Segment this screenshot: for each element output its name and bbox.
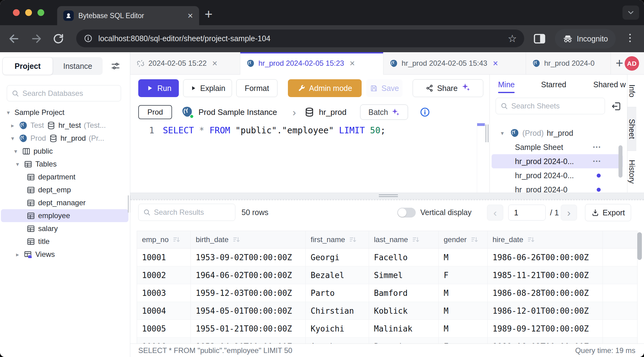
- instance-name[interactable]: Prod Sample Instance: [198, 102, 277, 122]
- database-search-input[interactable]: [22, 89, 116, 98]
- batch-mode-button[interactable]: Batch: [360, 104, 408, 120]
- browser-menu-icon[interactable]: [629, 34, 631, 42]
- table-cell: Maliniak: [369, 320, 439, 337]
- tree-item-salary[interactable]: salary: [1, 222, 128, 235]
- tab-instance[interactable]: Instance: [53, 57, 103, 75]
- tree-item-title[interactable]: title: [1, 235, 128, 248]
- sql-code-line[interactable]: SELECT * FROM "public"."employee" LIMIT …: [163, 125, 386, 135]
- tab-overview-button[interactable]: [622, 6, 639, 20]
- run-button[interactable]: Run: [138, 79, 179, 97]
- column-header-first_name[interactable]: first_name: [306, 231, 369, 248]
- vertical-display-toggle[interactable]: [397, 208, 416, 218]
- split-separator[interactable]: [130, 193, 644, 199]
- back-button[interactable]: [8, 33, 20, 45]
- sheet-search[interactable]: [496, 98, 605, 114]
- expander-down-icon[interactable]: ▾: [14, 161, 21, 168]
- postgres-icon: [246, 59, 255, 68]
- sort-icon: [412, 236, 420, 244]
- maximize-window-button[interactable]: [37, 9, 44, 16]
- admin-mode-button[interactable]: Admin mode: [288, 79, 362, 97]
- results-search-input[interactable]: [154, 208, 231, 217]
- expander-right-icon[interactable]: ▸: [14, 251, 21, 258]
- tree-item-tables[interactable]: ▾Tables: [1, 158, 128, 171]
- prev-page-button[interactable]: ‹: [487, 205, 503, 221]
- new-tab-button[interactable]: +: [205, 7, 213, 21]
- column-header-birth_date[interactable]: birth_date: [191, 231, 306, 248]
- drag-handle-icon[interactable]: [379, 194, 398, 198]
- browser-tab[interactable]: Bytebase SQL Editor ×: [57, 6, 199, 25]
- share-button[interactable]: Share: [413, 79, 483, 97]
- tree-item-dept-emp[interactable]: dept_emp: [1, 183, 128, 196]
- close-tab-icon[interactable]: ×: [187, 11, 193, 20]
- editor-tab-2[interactable]: hr_prod 2024-02-05 15:23×: [240, 52, 383, 75]
- user-avatar[interactable]: AD: [625, 56, 639, 71]
- tree-item-test[interactable]: ▸Testhr_test (Test...: [1, 119, 128, 132]
- tree-item-dept-manager[interactable]: dept_manager: [1, 196, 128, 209]
- close-tab-icon[interactable]: ×: [493, 59, 498, 68]
- more-menu-icon[interactable]: •••: [593, 158, 601, 164]
- column-header-emp_no[interactable]: emp_no: [137, 231, 191, 248]
- tab-starred[interactable]: Starred: [541, 75, 566, 94]
- side-tab-info[interactable]: Info: [627, 75, 636, 107]
- sheet-group-header[interactable]: ▾ (Prod) hr_prod: [490, 126, 627, 140]
- tree-item-prod[interactable]: ▾Prodhr_prod (Pr...: [1, 132, 128, 145]
- filter-settings-icon[interactable]: [108, 59, 123, 73]
- editor-tab-4[interactable]: hr_prod 2024-0: [526, 52, 611, 74]
- column-header-hire_date[interactable]: hire_date: [488, 231, 603, 248]
- info-icon[interactable]: [420, 107, 430, 117]
- database-name[interactable]: hr_prod: [319, 102, 347, 122]
- bookmark-star-icon[interactable]: ☆: [508, 33, 517, 44]
- collapse-panel-icon[interactable]: [611, 101, 622, 112]
- panel-resize-handle[interactable]: [485, 124, 489, 142]
- sheet-item[interactable]: Sample Sheet•••: [492, 140, 623, 154]
- format-button[interactable]: Format: [236, 79, 277, 97]
- tree-item-employee[interactable]: employee: [1, 209, 128, 222]
- table-cell: 1986-12-01T00:00:00Z: [488, 302, 603, 320]
- page-number-input[interactable]: [508, 205, 546, 221]
- more-menu-icon[interactable]: •••: [593, 144, 601, 150]
- forward-button[interactable]: [30, 33, 42, 45]
- minimap-slider[interactable]: [477, 123, 485, 126]
- next-page-button[interactable]: ›: [561, 205, 577, 221]
- side-panel-icon[interactable]: [533, 32, 546, 45]
- expander-down-icon[interactable]: ▾: [5, 109, 12, 116]
- database-search[interactable]: [7, 85, 121, 101]
- tab-mine[interactable]: Mine: [498, 75, 515, 94]
- scrollbar-thumb[interactable]: [618, 145, 622, 178]
- close-window-button[interactable]: [13, 9, 20, 16]
- column-header-gender[interactable]: gender: [439, 231, 488, 248]
- side-tab-history[interactable]: History: [627, 151, 636, 193]
- site-info-icon[interactable]: [84, 34, 93, 43]
- ai-sparkle-icon[interactable]: [461, 83, 470, 94]
- sheet-item[interactable]: hr_prod 2024-0: [492, 182, 623, 193]
- save-button[interactable]: Save: [366, 79, 402, 97]
- expander-down-icon[interactable]: ▾: [501, 130, 507, 137]
- expander-right-icon[interactable]: ▸: [9, 122, 16, 129]
- tree-item-public[interactable]: ▾public: [1, 145, 128, 158]
- close-tab-icon[interactable]: ×: [350, 59, 355, 68]
- sql-editor[interactable]: 1 SELECT * FROM "public"."employee" LIMI…: [130, 122, 489, 193]
- scrollbar-thumb[interactable]: [637, 232, 642, 260]
- explain-button[interactable]: Explain: [183, 79, 232, 97]
- sheet-item[interactable]: hr_prod 2024-0...•••: [492, 154, 623, 168]
- tree-item-department[interactable]: department: [1, 171, 128, 183]
- editor-minimap[interactable]: [477, 122, 485, 193]
- tab-shared[interactable]: Shared w: [593, 75, 627, 94]
- sheet-item[interactable]: hr_prod 2024-0...: [492, 168, 623, 182]
- side-tab-sheet[interactable]: Sheet: [627, 107, 636, 151]
- tree-item-sample-project[interactable]: ▾Sample Project: [1, 106, 128, 119]
- editor-tab-3[interactable]: hr_prod 2024-02-05 15:43×: [383, 52, 526, 74]
- close-tab-icon[interactable]: ×: [212, 59, 218, 68]
- minimize-window-button[interactable]: [25, 9, 32, 16]
- results-search[interactable]: [138, 204, 235, 221]
- column-header-last_name[interactable]: last_name: [369, 231, 439, 248]
- expander-down-icon[interactable]: ▾: [9, 135, 16, 142]
- export-button[interactable]: Export: [585, 204, 631, 221]
- expander-down-icon[interactable]: ▾: [12, 148, 19, 155]
- tree-item-views[interactable]: ▸Views: [1, 248, 128, 261]
- sheet-search-input[interactable]: [511, 102, 600, 110]
- address-bar[interactable]: localhost:8080/sql-editor/sheet/project-…: [76, 29, 524, 47]
- editor-tab-1[interactable]: 2024-02-05 15:22×: [130, 52, 240, 74]
- tab-project[interactable]: Project: [2, 57, 53, 75]
- reload-button[interactable]: [52, 33, 65, 45]
